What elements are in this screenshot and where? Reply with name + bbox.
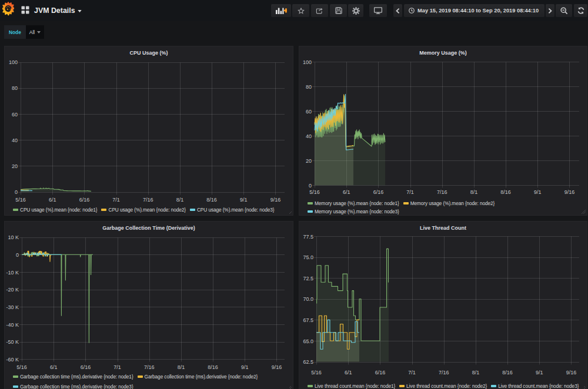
svg-text:7/16: 7/16 [439,370,449,375]
svg-text:60: 60 [12,112,18,118]
svg-text:8/1: 8/1 [178,364,185,370]
svg-text:80: 80 [306,84,312,90]
svg-text:9/1: 9/1 [536,370,543,375]
svg-text:6/1: 6/1 [50,364,58,370]
svg-text:6/16: 6/16 [373,189,384,195]
svg-text:7/1: 7/1 [113,364,121,370]
svg-text:5/16: 5/16 [15,197,26,203]
svg-text:6/16: 6/16 [79,197,90,203]
svg-text:65.0: 65.0 [303,338,313,344]
svg-text:-30 K: -30 K [6,304,19,310]
svg-text:0: 0 [15,189,18,195]
svg-text:9/1: 9/1 [241,364,249,370]
svg-text:6/1: 6/1 [345,370,352,375]
svg-text:7/1: 7/1 [112,197,120,203]
svg-text:5/16: 5/16 [311,370,322,375]
svg-text:100: 100 [9,59,18,65]
svg-text:77.5: 77.5 [303,234,313,240]
svg-text:8/16: 8/16 [500,189,511,195]
svg-text:20: 20 [306,158,312,164]
svg-text:60: 60 [306,109,312,115]
svg-text:-60 K: -60 K [6,357,19,363]
svg-text:5/16: 5/16 [16,364,27,370]
svg-text:100: 100 [303,59,312,65]
svg-text:9/16: 9/16 [564,189,575,195]
svg-text:-20 K: -20 K [6,287,19,293]
svg-text:7/1: 7/1 [406,189,414,195]
svg-text:7/1: 7/1 [408,370,416,375]
svg-text:6/1: 6/1 [49,197,56,203]
svg-text:6/16: 6/16 [81,364,91,370]
svg-text:0: 0 [16,252,19,258]
svg-text:75.0: 75.0 [303,254,313,260]
svg-text:9/16: 9/16 [566,370,577,375]
svg-text:7/16: 7/16 [437,189,447,195]
svg-text:72.5: 72.5 [303,276,313,281]
svg-text:8/1: 8/1 [472,370,480,375]
svg-text:40: 40 [12,138,18,143]
svg-text:5/16: 5/16 [309,189,320,195]
svg-text:6/1: 6/1 [343,189,350,195]
svg-text:-40 K: -40 K [6,322,19,328]
svg-text:9/16: 9/16 [272,364,282,370]
svg-text:40: 40 [306,133,312,139]
svg-text:62.5: 62.5 [303,359,313,365]
svg-text:8/16: 8/16 [502,370,513,375]
svg-text:80: 80 [12,85,18,91]
svg-text:9/1: 9/1 [240,197,248,203]
svg-text:9/1: 9/1 [534,189,542,195]
svg-text:8/16: 8/16 [208,364,218,370]
svg-text:67.5: 67.5 [303,317,313,323]
svg-text:6/16: 6/16 [375,370,386,375]
svg-text:9/16: 9/16 [270,197,281,203]
svg-text:70.0: 70.0 [303,296,313,302]
svg-text:7/16: 7/16 [144,364,155,370]
svg-text:20: 20 [12,163,18,169]
svg-text:7/16: 7/16 [143,197,153,203]
svg-text:0: 0 [309,183,312,189]
svg-text:-50 K: -50 K [6,339,19,345]
svg-text:8/1: 8/1 [176,197,184,203]
svg-text:8/1: 8/1 [470,189,478,195]
svg-text:8/16: 8/16 [206,197,217,203]
svg-text:-10 K: -10 K [6,270,19,276]
svg-text:10 K: 10 K [8,234,19,240]
